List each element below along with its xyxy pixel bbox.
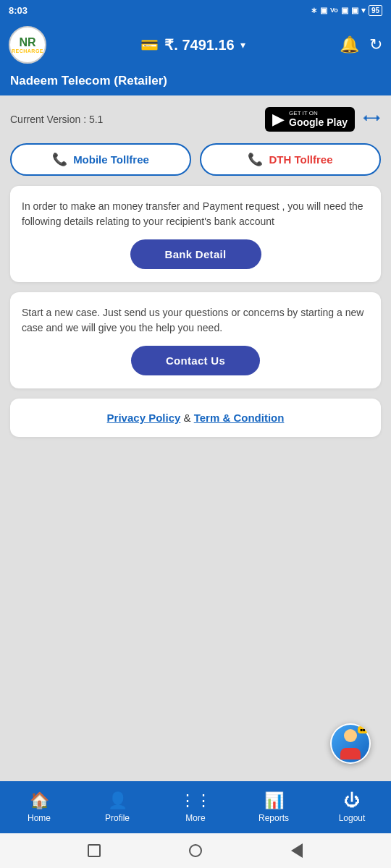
nav-logout-label: Logout — [339, 813, 366, 823]
wifi2-icon: ▾ — [361, 6, 366, 15]
logo-nr-text: NR — [19, 37, 35, 48]
nav-more-label: More — [185, 813, 205, 823]
avatar-body — [340, 748, 361, 760]
profile-icon: 👤 — [108, 791, 127, 810]
term-condition-link[interactable]: Term & Condition — [194, 412, 285, 424]
chat-fab-button[interactable]: ■■ — [330, 723, 371, 764]
logout-icon: ⏻ — [344, 791, 360, 810]
bank-card-description: In order to make an money transfer and P… — [22, 199, 369, 229]
mobile-tollfree-button[interactable]: 📞 Mobile Tollfree — [10, 143, 191, 176]
wallet-icon: 💳 — [140, 36, 159, 54]
notification-icon[interactable]: 🔔 — [340, 35, 359, 54]
status-icons: ∗ ▣ Vo ▣ ▣ ▾ 95 — [311, 5, 382, 16]
status-time: 8:03 — [9, 5, 28, 16]
version-label: Current Version : 5.1 — [10, 114, 103, 125]
nav-profile[interactable]: 👤 Profile — [78, 781, 156, 833]
bank-detail-card: In order to make an money transfer and P… — [10, 186, 381, 282]
version-row: Current Version : 5.1 ▶ GET IT ON Google… — [10, 106, 381, 133]
reports-icon: 📊 — [264, 791, 284, 810]
tollfree-row: 📞 Mobile Tollfree 📞 DTH Tollfree — [10, 143, 381, 176]
contact-card-description: Start a new case. Just send us your ques… — [22, 305, 369, 336]
system-back-button[interactable] — [290, 843, 304, 858]
avatar-head — [344, 729, 357, 742]
version-actions: ▶ GET IT ON Google Play ⭤ — [265, 107, 381, 132]
privacy-policy-link[interactable]: Privacy Policy — [107, 412, 181, 424]
main-content: Current Version : 5.1 ▶ GET IT ON Google… — [0, 95, 391, 781]
header-actions: 🔔 ↻ — [340, 35, 382, 54]
google-play-icon: ▶ — [272, 110, 285, 129]
privacy-ampersand: & — [184, 412, 191, 424]
nav-home[interactable]: 🏠 Home — [0, 781, 78, 833]
nav-reports-label: Reports — [258, 813, 289, 823]
bottom-nav: 🏠 Home 👤 Profile ⋮⋮ More 📊 Reports ⏻ Log… — [0, 781, 391, 833]
system-nav-bar — [0, 833, 391, 868]
sub-header: Nadeem Telecom (Retailer) — [0, 71, 391, 95]
google-play-text: GET IT ON Google Play — [289, 111, 348, 129]
dth-phone-icon: 📞 — [248, 152, 263, 167]
contact-us-card: Start a new case. Just send us your ques… — [10, 292, 381, 388]
google-play-top: GET IT ON — [289, 111, 348, 116]
home-circle-icon — [189, 844, 202, 857]
balance-dropdown-icon[interactable]: ▾ — [240, 39, 245, 51]
back-icon — [291, 843, 303, 858]
mobile-tollfree-label: Mobile Tollfree — [73, 153, 149, 166]
nav-reports[interactable]: 📊 Reports — [235, 781, 313, 833]
status-bar: 8:03 ∗ ▣ Vo ▣ ▣ ▾ 95 — [0, 0, 391, 20]
more-icon: ⋮⋮ — [180, 791, 211, 810]
google-play-bottom: Google Play — [289, 116, 348, 129]
mobile-phone-icon: 📞 — [52, 152, 67, 167]
wifi-icon: ▣ — [341, 6, 348, 15]
home-icon: 🏠 — [30, 791, 49, 810]
battery-indicator: 95 — [369, 5, 382, 16]
privacy-card: Privacy Policy & Term & Condition — [10, 399, 381, 437]
nav-home-label: Home — [28, 813, 51, 823]
vo-icon: Vo — [330, 7, 338, 14]
bank-detail-button[interactable]: Bank Detail — [130, 239, 261, 269]
system-recents-button[interactable] — [87, 843, 101, 858]
nav-logout[interactable]: ⏻ Logout — [313, 781, 391, 833]
dth-tollfree-label: DTH Tollfree — [269, 153, 332, 166]
signal-icon: ▣ — [320, 6, 327, 15]
google-play-badge[interactable]: ▶ GET IT ON Google Play — [265, 107, 355, 132]
retailer-name: Nadeem Telecom (Retailer) — [10, 74, 167, 88]
bluetooth-icon: ∗ — [311, 6, 317, 15]
fab-container: ■■ — [10, 723, 381, 764]
refresh-icon[interactable]: ↻ — [369, 35, 382, 54]
chat-avatar: ■■ — [332, 725, 369, 762]
signal2-icon: ▣ — [351, 6, 358, 15]
share-icon[interactable]: ⭤ — [363, 109, 381, 129]
app-logo: NR RECHARGE — [9, 26, 46, 64]
balance-section[interactable]: 💳 ₹. 7491.16 ▾ — [140, 36, 245, 54]
contact-us-button[interactable]: Contact Us — [131, 346, 260, 375]
recents-icon — [88, 844, 101, 857]
system-home-button[interactable] — [188, 843, 203, 858]
chat-bubble-icon: ■■ — [358, 726, 368, 733]
app-header: NR RECHARGE 💳 ₹. 7491.16 ▾ 🔔 ↻ — [0, 20, 391, 71]
dth-tollfree-button[interactable]: 📞 DTH Tollfree — [200, 143, 381, 176]
nav-profile-label: Profile — [105, 813, 130, 823]
nav-more[interactable]: ⋮⋮ More — [156, 781, 235, 833]
balance-amount: ₹. 7491.16 — [164, 36, 234, 54]
logo-sub-text: RECHARGE — [12, 48, 43, 54]
